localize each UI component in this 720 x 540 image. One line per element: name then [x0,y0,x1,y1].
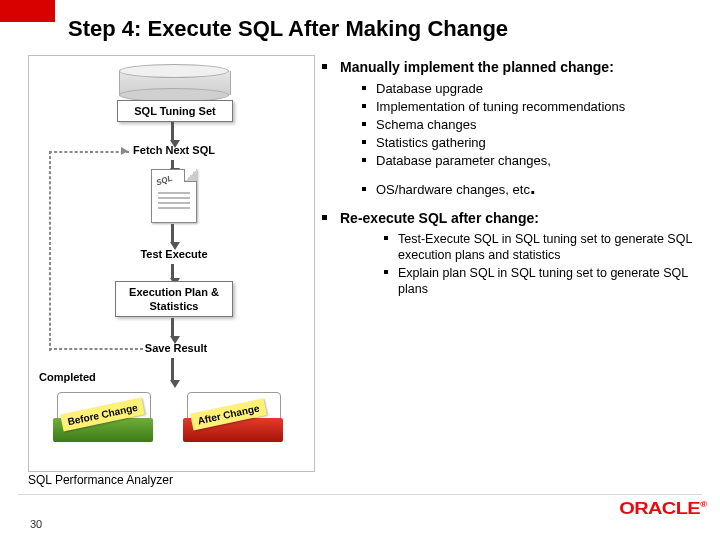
execution-plan-line1: Execution Plan & [129,285,219,299]
bullet-text: OS/hardware changes, etc [376,182,530,197]
bullet-text: Schema changes [376,117,476,132]
loop-dash-line [49,151,129,153]
bullet-text: Database upgrade [376,81,483,96]
bullet-text: Test-Execute SQL in SQL tuning set to ge… [398,232,692,262]
arrow-icon [171,160,174,168]
save-result-label: Save Result [141,341,211,355]
completed-label: Completed [39,371,96,383]
bullet-text: Re-execute SQL after change: [340,210,539,226]
database-cylinder-icon [119,64,229,102]
bullet-sub: Database parameter changes, [362,152,708,169]
registered-mark: ® [700,500,707,509]
bullet-text: Database parameter changes, [376,153,551,168]
test-execute-label: Test Execute [133,246,215,262]
bullet-sub: OS/hardware changes, etc. [362,181,708,198]
analyzer-caption: SQL Performance Analyzer [28,473,173,487]
oracle-wordmark: ORACLE [619,500,700,517]
slide-title: Step 4: Execute SQL After Making Change [68,16,508,42]
bullet-main-1: Manually implement the planned change: [322,58,708,76]
arrow-icon [171,318,174,336]
arrow-icon [171,122,174,140]
bullet-sub: Implementation of tuning recommendations [362,98,708,115]
bullet-text: Explain plan SQL in SQL tuning set to ge… [398,266,688,296]
execution-plan-stats-box: Execution Plan & Statistics [115,281,233,317]
loop-dash-line [49,151,51,351]
brand-corner-block [0,0,55,22]
bullet-text: Statistics gathering [376,135,486,150]
sql-document-icon: SQL [151,169,197,223]
sql-tuning-set-box: SQL Tuning Set [117,100,233,122]
arrow-icon [171,358,174,380]
loop-arrowhead-icon [121,147,128,155]
loop-dash-line [49,348,143,350]
bullet-text: Implementation of tuning recommendations [376,99,625,114]
bullet-content: Manually implement the planned change: D… [322,58,708,299]
before-change-book-icon: Before Change [53,388,153,446]
bullet-main-2: Re-execute SQL after change: [322,209,708,227]
bullet-text: Manually implement the planned change: [340,59,614,75]
arrow-icon [171,264,174,278]
big-period: . [530,176,536,198]
page-number: 30 [30,518,42,530]
bullet-sub: Database upgrade [362,80,708,97]
oracle-logo: ORACLE® [619,500,706,518]
bullet-subsub: Explain plan SQL in SQL tuning set to ge… [384,265,708,297]
sql-badge: SQL [155,174,173,188]
execution-plan-line2: Statistics [129,299,219,313]
after-change-book-icon: After Change [183,388,283,446]
bullet-sub: Schema changes [362,116,708,133]
workflow-diagram: SQL Tuning Set Fetch Next SQL SQL Test E… [28,55,315,472]
bullet-sub: Statistics gathering [362,134,708,151]
bullet-subsub: Test-Execute SQL in SQL tuning set to ge… [384,231,708,263]
fetch-next-sql-label: Fetch Next SQL [127,141,221,159]
footer-divider [18,494,702,495]
arrow-icon [171,224,174,242]
